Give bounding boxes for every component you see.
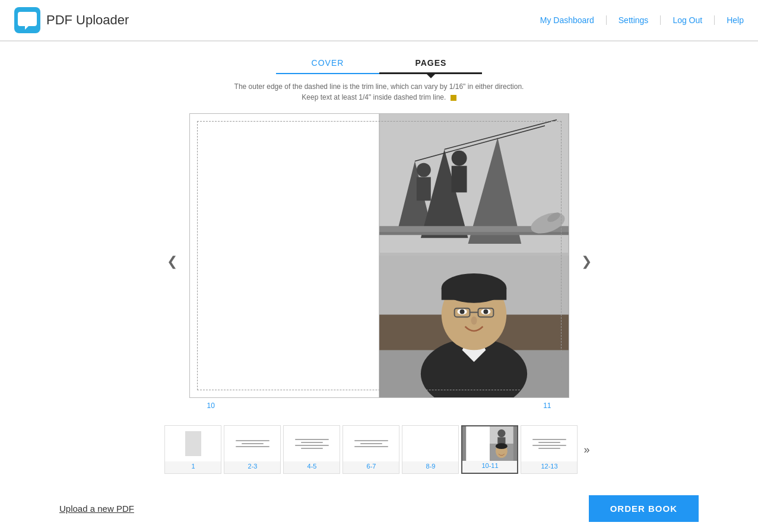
thumb-1-label: 1 — [191, 461, 195, 471]
right-page-num: 11 — [543, 402, 551, 410]
next-arrow[interactable]: ❯ — [569, 242, 604, 281]
thumb-2-3-label: 2-3 — [248, 461, 258, 471]
left-page-num: 10 — [207, 402, 215, 410]
nav-logout[interactable]: Log Out — [673, 15, 702, 25]
nav-divider-1 — [606, 15, 607, 25]
book-spread — [189, 113, 569, 398]
cover-photo-svg — [379, 114, 569, 397]
thumb-2-3[interactable]: 2-3 — [224, 425, 281, 474]
blurb-logo-icon — [14, 7, 40, 33]
text-line — [532, 445, 566, 446]
svg-point-27 — [459, 310, 464, 314]
thumb-4-5[interactable]: 4-5 — [283, 425, 340, 474]
text-line — [360, 443, 383, 444]
text-line — [301, 448, 324, 449]
app-header: PDF Uploader My Dashboard Settings Log O… — [0, 0, 758, 41]
canvas-area: ❮ — [0, 107, 758, 416]
thumb-12-13[interactable]: 12-13 — [521, 425, 578, 474]
svg-rect-13 — [416, 177, 430, 201]
tab-pages[interactable]: PAGES — [379, 53, 482, 74]
thumb-12-13-label: 12-13 — [541, 461, 557, 471]
svg-point-14 — [451, 151, 467, 166]
text-line — [532, 439, 566, 440]
text-line — [354, 440, 388, 441]
thumb-6-7-inner — [343, 426, 399, 461]
gold-dot-icon — [451, 95, 456, 101]
text-line — [295, 445, 328, 446]
thumb-more-arrow[interactable]: » — [580, 444, 593, 456]
tab-active-arrow — [427, 74, 435, 78]
svg-point-36 — [498, 429, 506, 437]
thumb-10-11-svg — [462, 426, 517, 461]
svg-rect-37 — [498, 437, 506, 444]
thumb-10-11-inner — [462, 426, 517, 461]
thumb-10-11[interactable]: 10-11 — [461, 425, 518, 474]
thumb-8-9-inner — [402, 426, 458, 461]
svg-point-40 — [496, 443, 508, 449]
thumb-8-9[interactable]: 8-9 — [402, 425, 459, 474]
top-nav: My Dashboard Settings Log Out Help — [540, 15, 744, 25]
thumb-12-13-inner — [521, 426, 577, 461]
svg-point-12 — [416, 163, 430, 177]
text-line — [354, 446, 388, 447]
thumb-2-3-inner — [224, 426, 280, 461]
svg-rect-15 — [451, 166, 467, 193]
nav-help[interactable]: Help — [727, 15, 744, 25]
svg-rect-33 — [467, 426, 490, 461]
nav-divider-2 — [660, 15, 661, 25]
text-line — [236, 440, 269, 441]
order-book-button[interactable]: ORDER BOOK — [589, 495, 699, 522]
nav-dashboard[interactable]: My Dashboard — [540, 15, 594, 25]
thumb-4-5-inner — [284, 426, 340, 461]
logo-area: PDF Uploader — [14, 7, 129, 33]
bottom-bar: Upload a new PDF ORDER BOOK — [0, 483, 758, 532]
text-line — [301, 442, 324, 443]
thumb-8-9-label: 8-9 — [426, 461, 436, 471]
text-line — [295, 439, 328, 440]
thumb-6-7[interactable]: 6-7 — [342, 425, 399, 474]
upload-pdf-button[interactable]: Upload a new PDF — [59, 504, 134, 514]
thumbnail-strip: 1 2-3 4-5 6-7 8-9 — [0, 425, 758, 474]
back-cover-page — [190, 114, 379, 397]
app-title: PDF Uploader — [46, 12, 129, 28]
thumb-1-inner — [165, 426, 221, 461]
text-line — [242, 443, 264, 444]
page-numbers: 10 11 — [189, 402, 569, 410]
svg-rect-16 — [379, 253, 569, 256]
tab-bar: COVER PAGES — [0, 53, 758, 74]
nav-settings[interactable]: Settings — [619, 15, 649, 25]
info-text-block: The outer edge of the dashed line is the… — [231, 81, 528, 103]
svg-rect-24 — [441, 288, 506, 300]
thumb-6-7-label: 6-7 — [367, 461, 376, 471]
text-line — [538, 448, 561, 449]
text-line — [236, 446, 269, 447]
nav-divider-3 — [714, 15, 715, 25]
text-line — [538, 442, 561, 443]
svg-point-32 — [471, 317, 477, 325]
thumb-1[interactable]: 1 — [164, 425, 221, 474]
front-cover-page — [379, 114, 569, 397]
svg-point-28 — [483, 310, 488, 314]
prev-arrow[interactable]: ❮ — [155, 242, 189, 281]
thumb-4-5-label: 4-5 — [307, 461, 317, 471]
tab-cover[interactable]: COVER — [276, 53, 380, 74]
thumb-10-11-label: 10-11 — [481, 461, 498, 470]
